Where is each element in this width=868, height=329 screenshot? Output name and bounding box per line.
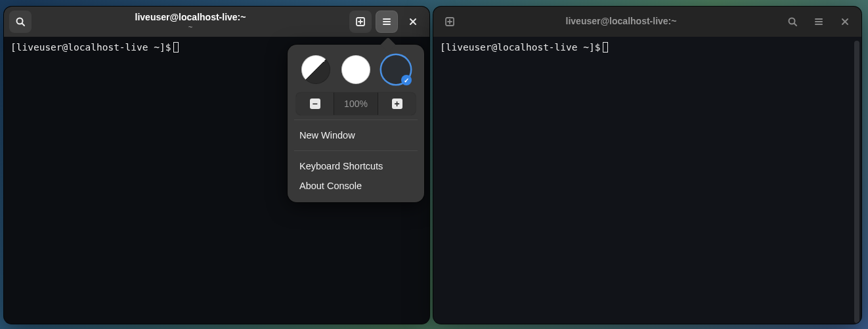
zoom-out-button[interactable]: − (296, 93, 334, 115)
new-tab-button[interactable] (349, 11, 372, 33)
title-block: liveuser@localhost-live:~ ~ (35, 12, 345, 30)
check-icon: ✓ (401, 75, 412, 85)
terminal-body[interactable]: [liveuser@localhost-live ~]$ (433, 37, 861, 324)
zoom-in-button[interactable]: + (378, 93, 416, 115)
new-tab-icon (445, 16, 455, 27)
menu-item-new-window[interactable]: New Window (293, 125, 419, 145)
search-button[interactable] (781, 11, 804, 33)
scrollbar[interactable] (854, 41, 859, 323)
new-tab-button[interactable] (439, 11, 461, 33)
close-window-button[interactable] (834, 11, 856, 33)
window-subtitle: ~ (188, 23, 192, 31)
theme-dark-button[interactable]: ✓ (381, 55, 410, 84)
menu-item-about[interactable]: About Console (293, 176, 419, 196)
headerbar: liveuser@localhost-live:~ ~ (4, 7, 429, 37)
menu-separator (294, 120, 418, 120)
terminal-window-left: liveuser@localhost-live:~ ~ [liveuser@lo… (4, 7, 429, 324)
search-button[interactable] (9, 11, 32, 33)
close-icon (840, 17, 850, 26)
main-menu-popover: ✓ − 100% + New Window Keyboard Shortcuts… (288, 45, 424, 202)
window-title: liveuser@localhost-live:~ (135, 12, 246, 22)
menu-separator (294, 150, 418, 151)
search-icon (787, 16, 798, 27)
window-title: liveuser@localhost-live:~ (566, 16, 677, 26)
cursor (173, 42, 179, 53)
title-block: liveuser@localhost-live:~ (465, 16, 777, 26)
theme-light-button[interactable] (341, 55, 370, 84)
search-icon (15, 16, 26, 27)
plus-icon: + (392, 99, 402, 109)
hamburger-menu-button[interactable] (376, 11, 398, 33)
prompt-line: [liveuser@localhost-live ~]$ (440, 42, 855, 53)
headerbar: liveuser@localhost-live:~ (433, 7, 861, 37)
hamburger-menu-button[interactable] (808, 11, 830, 33)
zoom-controls: − 100% + (295, 92, 416, 116)
prompt-text: [liveuser@localhost-live ~]$ (440, 42, 600, 53)
close-icon (408, 17, 418, 26)
prompt-text: [liveuser@localhost-live ~]$ (11, 42, 171, 53)
theme-selector-row: ✓ (293, 51, 419, 92)
hamburger-icon (814, 16, 824, 27)
svg-line-14 (794, 24, 797, 26)
terminal-window-right: liveuser@localhost-live:~ [liveuser@loca… (433, 7, 861, 324)
zoom-level-label: 100% (334, 93, 378, 115)
menu-item-keyboard-shortcuts[interactable]: Keyboard Shortcuts (293, 156, 419, 176)
theme-system-button[interactable] (301, 55, 330, 84)
cursor (603, 42, 608, 53)
close-window-button[interactable] (402, 11, 424, 33)
hamburger-icon (381, 16, 392, 27)
svg-line-1 (22, 24, 25, 26)
new-tab-icon (355, 16, 366, 27)
minus-icon: − (310, 99, 320, 109)
